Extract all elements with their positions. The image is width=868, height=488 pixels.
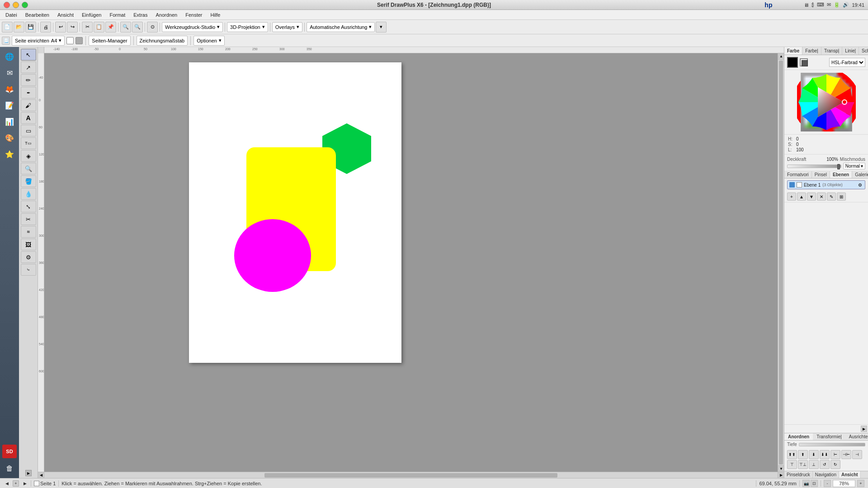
menu-einfuegen[interactable]: Einfügen: [78, 11, 105, 19]
save-button[interactable]: 💾: [25, 22, 36, 33]
layer-options-btn[interactable]: ⚙: [857, 182, 863, 188]
group-btn[interactable]: ⊞: [837, 192, 846, 201]
align-left-btn[interactable]: ⊢: [830, 450, 840, 459]
select-tool[interactable]: ↖: [21, 49, 36, 61]
target-button[interactable]: ⊙: [147, 22, 158, 33]
ausrichtung-extra[interactable]: ▾: [376, 22, 387, 33]
tab-ausrichten[interactable]: Ausrichten: [845, 433, 868, 440]
blend-mode-dropdown[interactable]: Normal ▾: [843, 163, 865, 169]
crop-tool[interactable]: ✂: [21, 213, 36, 225]
add-layer-btn[interactable]: +: [787, 192, 796, 201]
tab-ebenen[interactable]: Ebenen: [830, 171, 852, 178]
page-nav-next[interactable]: ▶: [22, 480, 28, 487]
zoom-out-status-btn[interactable]: -: [824, 480, 831, 487]
zoom-out-button[interactable]: 🔍: [132, 22, 143, 33]
align-top-btn[interactable]: ⊤: [787, 460, 797, 469]
app-icon-spreadsheet[interactable]: 📊: [2, 114, 17, 129]
page-border-swatch[interactable]: [75, 37, 83, 44]
node-tool[interactable]: ◈: [21, 150, 36, 162]
toolbar-expand[interactable]: ▶: [25, 470, 32, 476]
app-icon-desktop[interactable]: 🗑: [2, 461, 17, 476]
transform-tool[interactable]: ⤡: [21, 201, 36, 212]
tab-transp[interactable]: Transp|: [821, 47, 842, 55]
tab-linie[interactable]: Linie|: [842, 47, 859, 55]
new-button[interactable]: 📄: [2, 22, 13, 33]
color-wheel-svg[interactable]: [797, 73, 856, 131]
bring-forward-btn[interactable]: ⬆: [798, 450, 808, 459]
paste-button[interactable]: 📌: [105, 22, 116, 33]
page-nav-prev[interactable]: ◀: [4, 480, 10, 487]
seiten-manager-btn[interactable]: Seiten-Manager: [89, 36, 130, 46]
text-tool[interactable]: A: [21, 112, 36, 124]
menu-bearbeiten[interactable]: Bearbeiten: [22, 11, 53, 19]
layer-visibility-icon[interactable]: [797, 182, 802, 188]
menu-fenster[interactable]: Fenster: [182, 11, 206, 19]
scroll-thumb[interactable]: [779, 61, 783, 465]
rotate-ccw-btn[interactable]: ↺: [820, 460, 830, 469]
rotate-cw-btn[interactable]: ↻: [830, 460, 840, 469]
delete-layer-btn[interactable]: ✕: [817, 192, 826, 201]
fill-tool[interactable]: 🪣: [21, 175, 36, 187]
h-scroll-thumb[interactable]: [264, 473, 557, 478]
menu-datei[interactable]: Datei: [2, 11, 21, 19]
app-icon-present[interactable]: ⭐: [2, 146, 17, 162]
move-down-btn[interactable]: ▼: [807, 192, 816, 201]
send-backward-btn[interactable]: ⬇: [809, 450, 819, 459]
send-back-btn[interactable]: ⬇⬇: [820, 450, 830, 459]
magenta-ellipse[interactable]: [234, 219, 311, 292]
align-right-btn[interactable]: ⊣: [852, 450, 862, 459]
close-button[interactable]: [4, 2, 10, 8]
app-icon-sd[interactable]: SD: [2, 445, 17, 458]
view-icon2[interactable]: ⊡: [811, 480, 818, 487]
h-scrollbar[interactable]: ◀ ▶: [38, 472, 784, 478]
v-scrollbar[interactable]: ▲ ▼: [778, 53, 784, 472]
app-icon-globe[interactable]: 🌐: [2, 49, 17, 64]
symbol-tool[interactable]: ⚙: [21, 251, 36, 263]
scroll-up-btn[interactable]: ▲: [778, 53, 784, 60]
open-button[interactable]: 📂: [14, 22, 24, 33]
tab-anordnen[interactable]: Anordnen: [784, 433, 813, 440]
panel-collapse-btn[interactable]: ▶: [861, 426, 867, 432]
cut-button[interactable]: ✂: [82, 22, 93, 33]
werkzeug-dropdown[interactable]: Werkzeugdruck-Studio ▾: [162, 22, 223, 32]
tab-farbe2[interactable]: Farbe|: [802, 47, 821, 55]
tab-transformie[interactable]: Transformie|: [813, 433, 845, 440]
scroll-down-btn[interactable]: ▼: [778, 465, 784, 472]
page-thumb[interactable]: [34, 481, 39, 486]
connect-tool[interactable]: ⤷: [21, 264, 36, 276]
3d-dropdown[interactable]: 3D-Projektion ▾: [227, 22, 268, 32]
layer-row-1[interactable]: Ebene 1 (3 Objekte) ⚙: [787, 180, 865, 189]
rect-tool[interactable]: ▭: [21, 125, 36, 136]
zoom-in-status-btn[interactable]: +: [857, 480, 864, 487]
zoom-in-button[interactable]: 🔍: [120, 22, 131, 33]
menu-anordnen[interactable]: Anordnen: [152, 11, 181, 19]
tab-pinseldruck[interactable]: Pinseldruck: [784, 471, 813, 478]
color-model-select[interactable]: HSL-Farbrad RGB CMYK: [829, 58, 865, 67]
view-icon1[interactable]: 📷: [802, 480, 810, 487]
align-bottom-btn[interactable]: ⊥: [809, 460, 819, 469]
app-icon-doc[interactable]: 📝: [2, 98, 17, 113]
stroke-color-swatch[interactable]: [800, 58, 808, 66]
tab-galerie[interactable]: Galerie: [852, 171, 868, 178]
optionen-btn[interactable]: Optionen ▾: [193, 36, 225, 46]
menu-ansicht[interactable]: Ansicht: [54, 11, 77, 19]
warp-tool[interactable]: ≋: [21, 226, 36, 238]
text-frame-tool[interactable]: T▭: [21, 137, 36, 149]
zeichnungsmass-btn[interactable]: Zeichnungsmaßstab: [137, 36, 188, 46]
menu-extras[interactable]: Extras: [130, 11, 151, 19]
edit-layer-btn[interactable]: ✎: [827, 192, 836, 201]
copy-button[interactable]: 📋: [94, 22, 104, 33]
overlays-dropdown[interactable]: Overlays ▾: [272, 22, 302, 32]
page-icon[interactable]: 📃: [2, 37, 10, 45]
tab-formatvorlage[interactable]: Formatvori: [784, 171, 812, 178]
undo-button[interactable]: ↩: [55, 22, 66, 33]
tab-navigation[interactable]: Navigation: [813, 471, 839, 478]
menu-hilfe[interactable]: Hilfe: [207, 11, 224, 19]
scroll-right-btn[interactable]: ▶: [778, 472, 784, 479]
scroll-left-btn[interactable]: ◀: [38, 472, 44, 479]
tab-farbe[interactable]: Farbe: [784, 47, 802, 55]
app-icon-mail[interactable]: ✉: [2, 65, 17, 80]
direct-select-tool[interactable]: ↗: [21, 61, 36, 73]
tab-schal[interactable]: Schal: [859, 47, 868, 55]
maximize-button[interactable]: [22, 2, 28, 8]
